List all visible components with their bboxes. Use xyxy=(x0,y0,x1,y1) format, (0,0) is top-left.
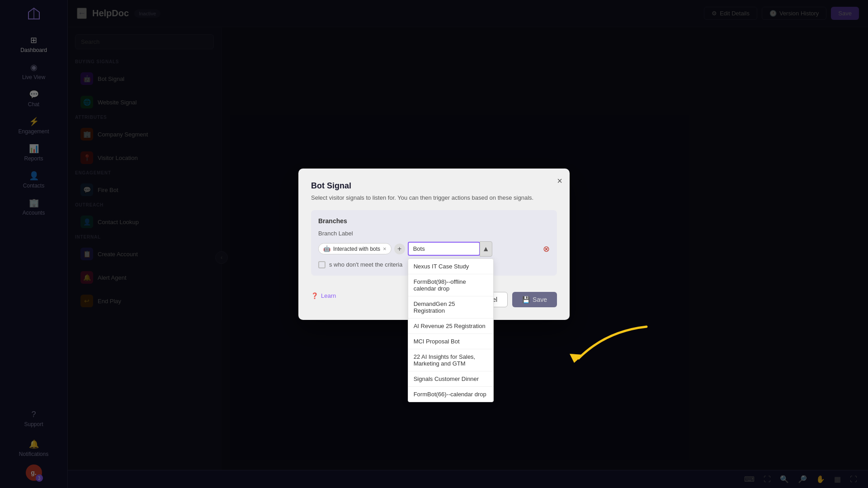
dropdown-item-1[interactable]: FormBot(98)--offline calendar drop xyxy=(408,274,493,296)
bot-search-input[interactable] xyxy=(408,242,480,256)
learn-link[interactable]: ❓ Learn xyxy=(311,292,336,299)
dropdown-item-5[interactable]: 22 AI Insights for Sales, Marketing and … xyxy=(408,349,493,371)
tag-add-button[interactable]: + xyxy=(394,244,405,254)
else-checkbox[interactable] xyxy=(318,261,326,268)
branches-section: Branches Branch Label 🤖 Interacted with … xyxy=(311,210,557,276)
bot-signal-modal: × Bot Signal Select visitor signals to l… xyxy=(298,169,570,320)
dropdown-list: Nexus IT Case Study FormBot(98)--offline… xyxy=(408,258,494,402)
dropdown-item-6[interactable]: Signals Customer Dinner xyxy=(408,371,493,387)
bot-dropdown-wrap: ▲ Nexus IT Case Study FormBot(98)--offli… xyxy=(408,241,498,257)
help-icon: ❓ xyxy=(311,292,318,299)
tag-close-button[interactable]: × xyxy=(383,245,387,252)
save-icon: 💾 xyxy=(522,296,530,303)
branches-title: Branches xyxy=(318,217,550,225)
arrow-annotation xyxy=(561,322,651,376)
dropdown-input-row: ▲ xyxy=(408,241,498,257)
dropdown-item-7[interactable]: FormBot(66)--calendar drop xyxy=(408,387,493,402)
dropdown-arrow-button[interactable]: ▲ xyxy=(480,241,492,257)
else-label: s who don't meet the criteria xyxy=(329,261,402,268)
dropdown-item-3[interactable]: AI Revenue 25 Registration xyxy=(408,319,493,334)
dropdown-item-0[interactable]: Nexus IT Case Study xyxy=(408,259,493,274)
dropdown-item-2[interactable]: DemandGen 25 Registration xyxy=(408,296,493,319)
modal-description: Select visitor signals to listen for. Yo… xyxy=(311,194,557,201)
branch-label-row: Branch Label xyxy=(318,230,550,237)
tag-row: 🤖 Interacted with bots × + ▲ Nexus IT Ca… xyxy=(318,241,550,257)
svg-marker-0 xyxy=(570,354,583,363)
interacted-with-bots-tag: 🤖 Interacted with bots × xyxy=(318,243,392,254)
branch-label-header: Branch Label xyxy=(318,230,353,237)
tag-bot-icon: 🤖 xyxy=(323,245,330,252)
delete-branch-button[interactable]: ⊗ xyxy=(543,244,550,254)
tag-label: Interacted with bots xyxy=(333,246,380,252)
save-modal-button[interactable]: 💾 Save xyxy=(512,292,557,307)
modal-title: Bot Signal xyxy=(311,181,557,191)
modal-overlay[interactable]: × Bot Signal Select visitor signals to l… xyxy=(0,0,868,488)
modal-close-button[interactable]: × xyxy=(557,176,562,186)
dropdown-item-4[interactable]: MCI Proposal Bot xyxy=(408,334,493,349)
